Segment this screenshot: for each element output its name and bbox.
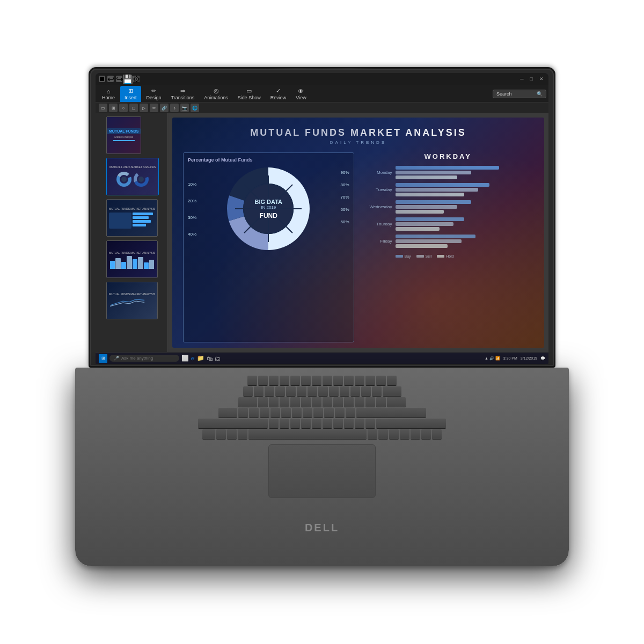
tab-design[interactable]: ✏ Design (142, 86, 166, 102)
key-left[interactable] (400, 429, 409, 439)
key-n[interactable] (323, 419, 332, 428)
key-f8[interactable] (333, 376, 343, 385)
tab-insert[interactable]: ⊞ Insert (120, 86, 141, 102)
start-button[interactable]: ⊞ (99, 354, 107, 363)
key-b[interactable] (312, 419, 321, 428)
key-ctrl-right[interactable] (389, 429, 399, 439)
key-f7[interactable] (323, 376, 332, 385)
key-3[interactable] (275, 386, 285, 396)
key-f11[interactable] (365, 376, 375, 385)
key-j[interactable] (303, 408, 312, 418)
key-up[interactable] (411, 429, 420, 439)
toolbar-btn-1[interactable]: ▭ (99, 104, 107, 112)
key-g[interactable] (281, 408, 291, 418)
key-f12[interactable] (376, 376, 386, 385)
app-icon-2[interactable]: 🗂 (215, 355, 221, 362)
key-caps[interactable] (218, 408, 237, 418)
key-s[interactable] (249, 408, 259, 418)
key-x[interactable] (280, 419, 289, 428)
key-u[interactable] (323, 397, 332, 407)
tab-slideshow[interactable]: ▭ Side Show (233, 86, 265, 102)
taskbar-search[interactable]: 🎤 Ask me anything (109, 355, 179, 362)
key-rbracket[interactable] (376, 397, 386, 407)
key-esc[interactable] (247, 376, 257, 385)
key-backslash[interactable] (387, 397, 406, 407)
touchpad[interactable] (268, 444, 376, 498)
key-lbracket[interactable] (365, 397, 375, 407)
toolbar-btn-10[interactable]: 🌐 (191, 104, 199, 112)
toolbar-btn-4[interactable]: ◻ (129, 104, 138, 112)
toolbar-btn-6[interactable]: ✏ (150, 104, 158, 112)
key-period[interactable] (355, 419, 364, 428)
key-5[interactable] (297, 386, 306, 396)
key-ctrl-left[interactable] (202, 429, 215, 439)
key-enter[interactable] (356, 408, 426, 418)
key-f9[interactable] (344, 376, 354, 385)
key-alt-left[interactable] (238, 429, 247, 439)
key-m[interactable] (333, 419, 343, 428)
key-right[interactable] (432, 429, 442, 439)
slide-thumb-1[interactable]: MUTUAL FUNDS Market Analysis (106, 116, 141, 154)
toolbar-btn-7[interactable]: 🔗 (160, 104, 169, 112)
save-icon[interactable]: 💾 (125, 76, 131, 82)
key-q[interactable] (258, 397, 268, 407)
key-d[interactable] (260, 408, 269, 418)
key-menu[interactable] (378, 429, 388, 439)
key-6[interactable] (308, 386, 317, 396)
file-explorer-icon[interactable]: 📁 (197, 355, 204, 362)
key-c[interactable] (290, 419, 300, 428)
tab-animations[interactable]: ◎ Animations (200, 86, 232, 102)
key-quote[interactable] (346, 408, 355, 418)
key-f4[interactable] (290, 376, 300, 385)
key-l[interactable] (324, 408, 334, 418)
key-h[interactable] (292, 408, 302, 418)
key-p[interactable] (355, 397, 364, 407)
key-fn[interactable] (216, 429, 226, 439)
key-backspace[interactable] (383, 386, 401, 396)
key-f10[interactable] (355, 376, 364, 385)
toolbar-btn-2[interactable]: ⊞ (109, 104, 118, 112)
key-slash[interactable] (365, 419, 375, 428)
key-k[interactable] (313, 408, 323, 418)
key-f5[interactable] (301, 376, 311, 385)
key-semicolon[interactable] (335, 408, 345, 418)
key-a[interactable] (238, 408, 248, 418)
key-minus[interactable] (361, 386, 371, 396)
slide-thumb-3[interactable]: MUTUAL FUNDS MARKET ANALYSIS (106, 199, 158, 237)
key-i[interactable] (333, 397, 343, 407)
key-f2[interactable] (269, 376, 279, 385)
minimize-button[interactable]: ─ (518, 76, 525, 82)
undo-icon[interactable]: ↩ (107, 76, 114, 82)
key-f6[interactable] (312, 376, 321, 385)
ribbon-search[interactable]: Search 🔍 (493, 90, 546, 98)
key-4[interactable] (286, 386, 296, 396)
key-down[interactable] (421, 429, 431, 439)
key-z[interactable] (269, 419, 279, 428)
key-equal[interactable] (372, 386, 382, 396)
toolbar-btn-3[interactable]: ○ (119, 104, 128, 112)
tab-home[interactable]: ⌂ Home (98, 86, 119, 102)
slide-thumb-2[interactable]: MUTUAL FUNDS MARKET ANALYSIS (106, 158, 159, 195)
slide-thumb-5[interactable]: MUTUAL FUNDS MARKET ANALYSIS (106, 282, 158, 319)
key-8[interactable] (329, 386, 339, 396)
key-2[interactable] (265, 386, 274, 396)
key-del[interactable] (387, 376, 397, 385)
close-button[interactable]: ✕ (538, 76, 545, 82)
key-tab[interactable] (238, 397, 257, 407)
key-lshift[interactable] (198, 419, 268, 428)
tab-transitions[interactable]: ⇒ Transitions (167, 86, 199, 102)
key-y[interactable] (312, 397, 321, 407)
key-f[interactable] (270, 408, 280, 418)
tab-review[interactable]: ✓ Review (266, 86, 291, 102)
notification-icon[interactable]: 💬 (540, 356, 545, 361)
tab-view[interactable]: 👁 View (291, 86, 310, 102)
key-o[interactable] (344, 397, 354, 407)
toolbar-btn-8[interactable]: ♪ (170, 104, 179, 112)
key-1[interactable] (254, 386, 264, 396)
key-9[interactable] (340, 386, 349, 396)
key-w[interactable] (269, 397, 279, 407)
task-view-icon[interactable]: ⬜ (181, 355, 189, 362)
key-f1[interactable] (258, 376, 268, 385)
key-t[interactable] (301, 397, 311, 407)
slide-thumb-4[interactable]: MUTUAL FUNDS MARKET ANALYSIS (106, 240, 158, 278)
